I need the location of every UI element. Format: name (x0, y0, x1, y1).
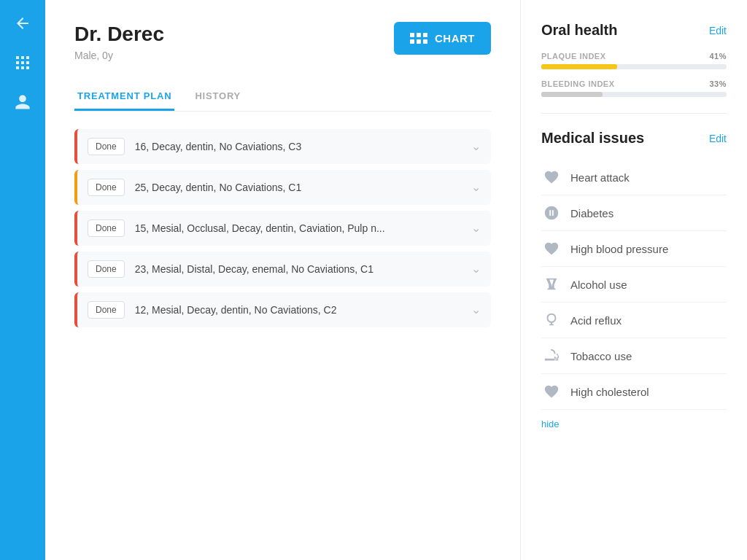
bleeding-progress-bg (541, 92, 727, 97)
medical-issues-title: Medical issues (541, 130, 644, 147)
plaque-index-label: PLAQUE INDEX (541, 52, 606, 61)
smoke-icon (541, 346, 562, 366)
sidebar (0, 0, 45, 560)
doctor-info: Dr. Derec Male, 0y (74, 22, 164, 61)
right-panel: Oral health Edit PLAQUE INDEX 41% BLEEDI… (521, 0, 747, 560)
treatment-text: 12, Mesial, Decay, dentin, No Caviations… (135, 304, 471, 316)
doctor-subtitle: Male, 0y (74, 50, 164, 61)
glass-icon (541, 274, 562, 295)
chart-button[interactable]: CHART (394, 22, 491, 55)
bleeding-index-row: BLEEDING INDEX 33% (541, 79, 727, 97)
done-badge: Done (88, 138, 125, 155)
treatment-item: Done 23, Mesial, Distal, Decay, enemal, … (74, 252, 491, 287)
issue-label: Heart attack (570, 171, 630, 184)
issue-label: Tobacco use (570, 350, 632, 362)
treatment-text: 25, Decay, dentin, No Caviations, C1 (135, 182, 471, 193)
hide-link[interactable]: hide (541, 419, 560, 429)
chevron-down-icon[interactable]: ⌄ (471, 303, 481, 316)
plaque-index-value: 41% (709, 52, 727, 61)
medical-issue-cholesterol: High cholesterol (541, 374, 727, 410)
main-content: Dr. Derec Male, 0y CHART TREATMENT PLAN … (45, 0, 521, 560)
chart-button-icon (410, 33, 427, 44)
bleeding-index-label: BLEEDING INDEX (541, 79, 615, 88)
issue-label: High blood pressure (570, 243, 668, 255)
issue-label: High cholesterol (570, 386, 649, 398)
issue-label: Alcohol use (570, 279, 627, 291)
heart-icon (541, 167, 562, 187)
chevron-down-icon[interactable]: ⌄ (471, 180, 481, 194)
done-badge: Done (88, 301, 125, 319)
chart-button-label: CHART (435, 32, 475, 44)
done-badge: Done (88, 219, 125, 237)
issue-label: Diabetes (570, 207, 614, 219)
plaque-progress-bg (541, 64, 727, 69)
treatment-item: Done 12, Mesial, Decay, dentin, No Cavia… (74, 292, 491, 327)
medical-issue-alcohol: Alcohol use (541, 267, 727, 303)
medical-issue-tobacco: Tobacco use (541, 338, 727, 374)
treatment-text: 15, Mesial, Occlusal, Decay, dentin, Cav… (135, 222, 471, 234)
chevron-down-icon[interactable]: ⌄ (471, 221, 481, 235)
cholesterol-heart-icon (541, 381, 562, 402)
lungs-icon (541, 203, 562, 223)
treatment-text: 23, Mesial, Distal, Decay, enemal, No Ca… (135, 263, 471, 275)
section-divider (541, 113, 727, 114)
chevron-down-icon[interactable]: ⌄ (471, 262, 481, 276)
tab-history[interactable]: HISTORY (192, 83, 244, 111)
medical-issues-edit[interactable]: Edit (709, 133, 727, 144)
oral-health-title: Oral health (541, 22, 617, 39)
doctor-name: Dr. Derec (74, 22, 164, 47)
grid-icon[interactable] (14, 54, 31, 71)
tab-treatment-plan[interactable]: TREATMENT PLAN (74, 83, 174, 111)
medical-issue-diabetes: Diabetes (541, 195, 727, 231)
treatment-item: Done 15, Mesial, Occlusal, Decay, dentin… (74, 211, 491, 246)
medical-issue-acid-reflux: Acid reflux (541, 303, 727, 338)
bleeding-progress-fill (541, 92, 603, 97)
treatment-item: Done 25, Decay, dentin, No Caviations, C… (74, 170, 491, 205)
medical-issues-header: Medical issues Edit (541, 130, 727, 147)
page-header: Dr. Derec Male, 0y CHART (74, 22, 491, 61)
chevron-down-icon[interactable]: ⌄ (471, 139, 481, 153)
medical-issue-blood-pressure: High blood pressure (541, 231, 727, 267)
treatment-text: 16, Decay, dentin, No Caviations, C3 (135, 141, 471, 152)
plaque-index-row: PLAQUE INDEX 41% (541, 52, 727, 69)
reflux-icon (541, 310, 562, 330)
bleeding-index-value: 33% (709, 79, 727, 88)
medical-issue-heart-attack: Heart attack (541, 160, 727, 195)
done-badge: Done (88, 179, 125, 196)
oral-health-edit[interactable]: Edit (709, 25, 727, 36)
treatment-list: Done 16, Decay, dentin, No Caviations, C… (74, 129, 491, 327)
oral-health-header: Oral health Edit (541, 22, 727, 39)
person-icon[interactable] (14, 93, 31, 111)
tabs: TREATMENT PLAN HISTORY (74, 83, 491, 112)
plaque-progress-fill (541, 64, 617, 69)
heart-pulse-icon (541, 238, 562, 259)
back-arrow-icon[interactable] (14, 15, 31, 32)
done-badge: Done (88, 260, 125, 278)
treatment-item: Done 16, Decay, dentin, No Caviations, C… (74, 129, 491, 164)
issue-label: Acid reflux (570, 314, 622, 327)
